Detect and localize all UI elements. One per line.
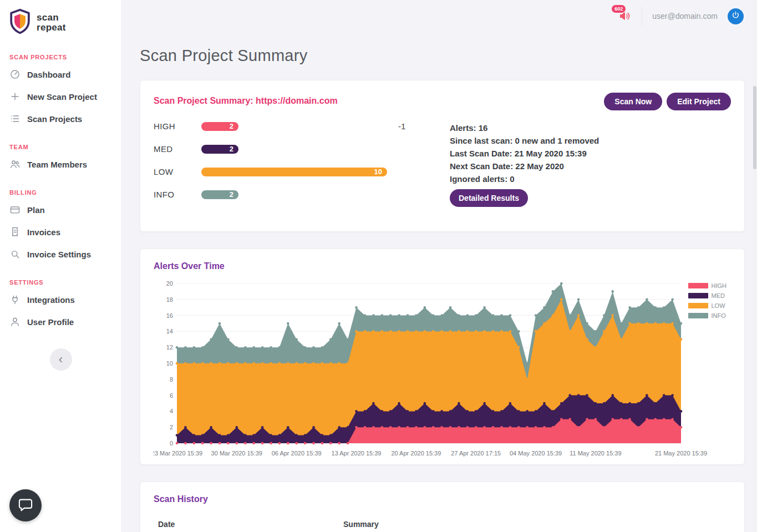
scan-now-button[interactable]: Scan Now [604, 93, 662, 110]
svg-text:30 Mar 2020 15:39: 30 Mar 2020 15:39 [211, 450, 262, 457]
sidebar-item-label: New Scan Project [27, 92, 97, 102]
invoice-icon [9, 226, 21, 237]
scrollbar-thumb[interactable] [753, 86, 756, 169]
legend-label: MED [712, 292, 725, 299]
svg-text:2: 2 [170, 424, 173, 430]
svg-text:10: 10 [166, 360, 173, 367]
logo-text: scan repeat [37, 13, 66, 33]
svg-text:20 Apr 2020 15:39: 20 Apr 2020 15:39 [391, 450, 441, 457]
svg-text:16: 16 [166, 312, 173, 319]
severity-bar-value: 2 [230, 122, 233, 130]
severity-bar-track: 2 [201, 122, 387, 131]
svg-text:06 Apr 2020 15:39: 06 Apr 2020 15:39 [272, 450, 322, 457]
sidebar-item-plan[interactable]: Plan [0, 199, 121, 221]
alerts-info-line: Next Scan Date: 22 May 2020 [450, 160, 599, 173]
scrollbar-track [753, 0, 757, 532]
svg-text:27 Apr 2020 17:15: 27 Apr 2020 17:15 [451, 450, 501, 457]
topbar-divider [642, 7, 642, 26]
sidebar: scan repeat SCAN PROJECTSDashboardNew Sc… [0, 0, 122, 532]
severity-bar-chart: HIGH2-1MED2LOW10INFO2 [154, 121, 439, 199]
alerts-info-line: Alerts: 16 [450, 121, 599, 134]
legend-swatch-info [688, 313, 708, 318]
edit-project-button[interactable]: Edit Project [667, 93, 731, 110]
svg-text:11 May 2020 15:39: 11 May 2020 15:39 [570, 450, 621, 457]
sidebar-collapse-button[interactable]: ‹ [50, 348, 72, 371]
sidebar-section-heading-team: TEAM [9, 144, 121, 150]
svg-text:4: 4 [170, 408, 173, 414]
legend-label: LOW [712, 302, 725, 309]
legend-label: INFO [712, 312, 726, 319]
legend-swatch-med [688, 293, 708, 298]
severity-bar-high: 2 [201, 122, 238, 131]
severity-label-med: MED [154, 144, 201, 154]
severity-bar-low: 10 [201, 168, 387, 176]
notification-count-badge: 602 [612, 5, 626, 13]
svg-text:23 Mar 2020 15:39: 23 Mar 2020 15:39 [154, 450, 202, 457]
sidebar-item-label: Plan [27, 205, 45, 215]
page-title: Scan Project Summary [140, 47, 757, 65]
sidebar-item-team-members[interactable]: Team Members [0, 153, 121, 175]
scan-history-header-row: DateSummary [154, 520, 731, 529]
severity-bar-value: 10 [374, 168, 382, 176]
svg-text:13 Apr 2020 15:39: 13 Apr 2020 15:39 [332, 450, 382, 457]
sidebar-item-label: User Profile [27, 317, 74, 327]
svg-text:14: 14 [166, 328, 173, 335]
legend-item-info: INFO [688, 312, 727, 319]
legend-item-med: MED [688, 292, 727, 299]
main-content: Scan Project Summary Scan Project Summar… [122, 0, 757, 532]
sidebar-item-dashboard[interactable]: Dashboard [0, 63, 121, 85]
chat-button[interactable] [9, 489, 42, 521]
sidebar-nav: SCAN PROJECTSDashboardNew Scan ProjectSc… [0, 54, 121, 333]
sidebar-section-heading-scan-projects: SCAN PROJECTS [9, 54, 121, 60]
scan-history-title: Scan History [154, 494, 731, 504]
sidebar-item-label: Dashboard [27, 70, 70, 79]
summary-card: Scan Project Summary: https://domain.com… [140, 80, 745, 232]
logout-button[interactable] [728, 8, 744, 24]
sidebar-item-new-scan-project[interactable]: New Scan Project [0, 85, 121, 108]
app-logo[interactable]: scan repeat [0, 0, 121, 40]
sidebar-item-label: Invoices [27, 227, 60, 237]
legend-item-high: HIGH [688, 282, 727, 289]
plus-icon [9, 91, 21, 102]
severity-bar-med: 2 [201, 145, 238, 154]
sidebar-item-label: Scan Projects [27, 114, 82, 124]
dashboard-icon [9, 69, 21, 80]
chart-area: 0246810121416182023 Mar 2020 15:3930 Mar… [154, 276, 731, 461]
list-icon [9, 113, 21, 124]
sidebar-section-heading-billing: BILLING [9, 189, 121, 196]
alerts-over-time-title: Alerts Over Time [154, 261, 731, 271]
svg-text:0: 0 [170, 440, 173, 447]
sidebar-item-user-profile[interactable]: User Profile [0, 311, 121, 333]
svg-text:18: 18 [166, 296, 173, 303]
svg-text:04 May 2020 15:39: 04 May 2020 15:39 [510, 450, 562, 457]
svg-text:20: 20 [166, 280, 173, 287]
svg-text:6: 6 [170, 392, 173, 399]
alerts-info-line: Last Scan Date: 21 May 2020 15:39 [450, 147, 599, 160]
megaphone-icon [618, 15, 632, 24]
user-email[interactable]: user@domain.com [652, 12, 718, 21]
search-icon [9, 249, 21, 260]
severity-label-info: INFO [154, 190, 201, 199]
severity-bar-value: 2 [230, 145, 233, 153]
sidebar-item-invoice-settings[interactable]: Invoice Settings [0, 243, 121, 265]
user-icon [9, 316, 21, 327]
sidebar-item-invoices[interactable]: Invoices [0, 221, 121, 243]
sidebar-item-scan-projects[interactable]: Scan Projects [0, 108, 121, 130]
severity-bar-info: 2 [201, 190, 238, 199]
topbar: 602 user@domain.com [122, 0, 757, 32]
svg-text:8: 8 [170, 376, 173, 383]
severity-bar-track: 10 [201, 168, 387, 176]
severity-delta: -1 [387, 121, 439, 131]
detailed-results-button[interactable]: Detailed Results [450, 189, 528, 207]
legend-item-low: LOW [688, 302, 727, 309]
notifications-button[interactable]: 602 [618, 9, 632, 23]
severity-bar-value: 2 [230, 190, 233, 199]
alerts-info: Alerts: 16Since last scan: 0 new and 1 r… [450, 121, 599, 207]
alerts-info-line: Ignored alerts: 0 [450, 173, 599, 185]
severity-bar-track: 2 [201, 190, 387, 199]
sidebar-item-label: Team Members [27, 160, 87, 169]
users-icon [9, 159, 21, 170]
sidebar-item-integrations[interactable]: Integrations [0, 288, 121, 311]
logo-shield-icon [9, 8, 31, 37]
legend-swatch-low [688, 303, 708, 308]
